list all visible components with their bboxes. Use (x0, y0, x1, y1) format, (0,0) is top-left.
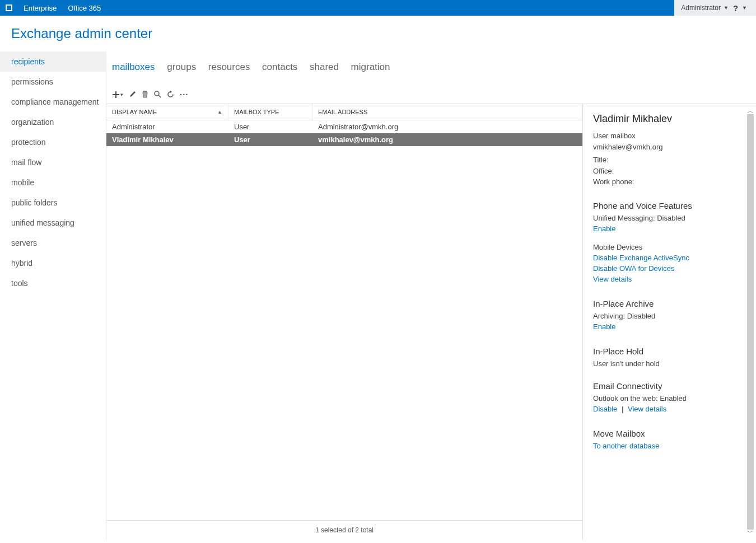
office-logo-icon[interactable] (0, 0, 18, 16)
nav-enterprise[interactable]: Enterprise (18, 4, 62, 12)
top-bar-left: Enterprise Office 365 (0, 0, 106, 16)
cell-type: User (228, 120, 312, 133)
enable-um-link[interactable]: Enable (593, 224, 615, 233)
details-subtype: User mailbox (593, 130, 740, 142)
um-status: Unified Messaging: Disabled (593, 214, 740, 222)
tab-migration[interactable]: migration (351, 62, 390, 73)
col-display-name[interactable]: DISPLAY NAME ▲ (106, 104, 228, 120)
refresh-icon[interactable] (167, 91, 174, 98)
caret-down-icon[interactable]: ▼ (742, 5, 747, 11)
delete-icon[interactable] (142, 91, 148, 98)
tab-mailboxes[interactable]: mailboxes (112, 62, 155, 73)
view-details-owa-link[interactable]: View details (628, 405, 666, 413)
tab-shared[interactable]: shared (310, 62, 339, 73)
enable-archive-link[interactable]: Enable (593, 322, 615, 331)
table-row[interactable]: Vladimir Mikhalev User vmikhalev@vmkh.or… (106, 133, 582, 146)
tab-resources[interactable]: resources (208, 62, 250, 73)
edit-icon[interactable] (129, 91, 136, 98)
col-email-address[interactable]: EMAIL ADDRESS (312, 104, 582, 120)
cell-name: Administrator (106, 120, 228, 133)
sort-asc-icon: ▲ (217, 109, 222, 115)
top-bar: Enterprise Office 365 Administrator ▼ ? … (0, 0, 756, 16)
details-name: Vladimir Mikhalev (593, 113, 740, 125)
tabs: mailboxes groups resources contacts shar… (106, 52, 756, 90)
tab-groups[interactable]: groups (167, 62, 196, 73)
sidebar-item-mailflow[interactable]: mail flow (0, 152, 106, 172)
hold-status: User isn't under hold (593, 359, 740, 368)
new-button[interactable]: ▾ (112, 91, 123, 99)
caret-down-icon[interactable]: ▼ (724, 5, 729, 11)
sidebar-item-recipients[interactable]: recipients (0, 52, 106, 72)
cell-email: vmikhalev@vmkh.org (312, 133, 582, 146)
details-title: Title: (593, 155, 740, 166)
svg-point-2 (155, 91, 159, 96)
sidebar-item-servers[interactable]: servers (0, 233, 106, 253)
details-workphone: Work phone: (593, 176, 740, 188)
col-mailbox-type[interactable]: MAILBOX TYPE (228, 104, 312, 120)
top-bar-right: Administrator ▼ ? ▼ (674, 0, 756, 16)
sidebar-item-permissions[interactable]: permissions (0, 72, 106, 92)
details-email: vmikhalev@vmkh.org (593, 142, 740, 153)
section-move-mailbox: Move Mailbox (593, 429, 740, 438)
sidebar-item-unifiedmessaging[interactable]: unified messaging (0, 213, 106, 233)
sidebar-item-tools[interactable]: tools (0, 273, 106, 293)
cell-type: User (228, 133, 312, 146)
owa-status: Outlook on the web: Enabled (593, 394, 740, 402)
sidebar-item-hybrid[interactable]: hybrid (0, 253, 106, 273)
mailbox-table: DISPLAY NAME ▲ MAILBOX TYPE EMAIL ADDRES… (106, 104, 582, 540)
nav-office365[interactable]: Office 365 (62, 4, 106, 12)
section-archive: In-Place Archive (593, 299, 740, 308)
section-hold: In-Place Hold (593, 347, 740, 356)
content-area: mailboxes groups resources contacts shar… (106, 52, 756, 540)
svg-rect-1 (7, 6, 11, 10)
disable-owa-link[interactable]: Disable OWA for Devices (593, 264, 674, 273)
mobile-devices-label: Mobile Devices (593, 243, 740, 251)
toolbar: ▾ ··· (106, 90, 756, 104)
sidebar-item-mobile[interactable]: mobile (0, 172, 106, 193)
section-phone-voice: Phone and Voice Features (593, 201, 740, 210)
cell-email: Administrator@vmkh.org (312, 120, 582, 133)
table-header: DISPLAY NAME ▲ MAILBOX TYPE EMAIL ADDRES… (106, 104, 582, 120)
help-icon[interactable]: ? (733, 3, 738, 13)
sidebar-item-compliance[interactable]: compliance management (0, 92, 106, 112)
details-pane: ︿ ﹀ Vladimir Mikhalev User mailbox vmikh… (582, 104, 756, 540)
details-office: Office: (593, 166, 740, 177)
col-display-name-label: DISPLAY NAME (112, 109, 157, 115)
sidebar-item-publicfolders[interactable]: public folders (0, 193, 106, 213)
scroll-down-icon[interactable]: ﹀ (747, 528, 754, 537)
sidebar: recipients permissions compliance manage… (0, 52, 106, 540)
archive-status: Archiving: Disabled (593, 312, 740, 320)
disable-eas-link[interactable]: Disable Exchange ActiveSync (593, 254, 689, 262)
to-another-db-link[interactable]: To another database (593, 442, 660, 450)
view-details-link[interactable]: View details (593, 275, 632, 283)
more-icon[interactable]: ··· (180, 90, 189, 99)
link-separator: | (622, 405, 623, 413)
disable-owaweb-link[interactable]: Disable (593, 405, 617, 413)
search-icon[interactable] (154, 91, 161, 98)
cell-name: Vladimir Mikhalev (106, 133, 228, 146)
user-menu[interactable]: Administrator (681, 4, 721, 12)
sidebar-item-organization[interactable]: organization (0, 112, 106, 132)
table-row[interactable]: Administrator User Administrator@vmkh.or… (106, 120, 582, 133)
status-footer: 1 selected of 2 total (106, 520, 582, 540)
sidebar-item-protection[interactable]: protection (0, 132, 106, 152)
section-email-conn: Email Connectivity (593, 381, 740, 391)
page-title: Exchange admin center (0, 16, 756, 52)
tab-contacts[interactable]: contacts (262, 62, 297, 73)
